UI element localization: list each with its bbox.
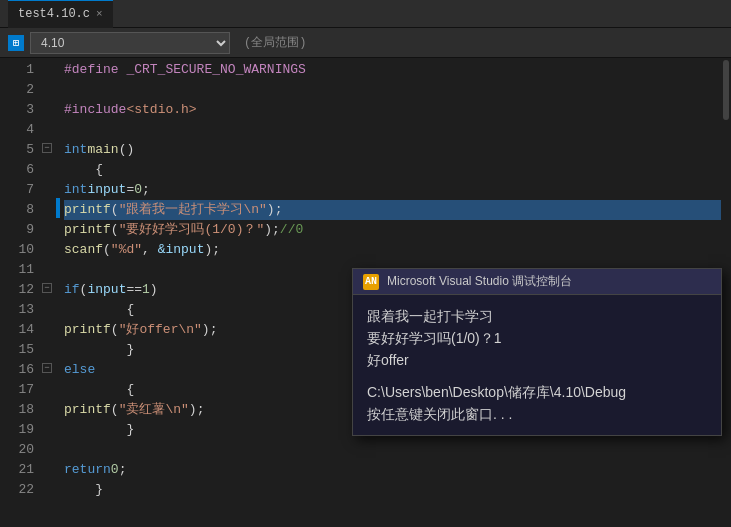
gutter-17 bbox=[40, 378, 56, 398]
code-line-8: printf("跟着我一起打卡学习\n"); bbox=[64, 200, 721, 220]
line-number-6: 6 bbox=[0, 160, 34, 180]
line-number-22: 22 bbox=[0, 480, 34, 500]
console-header: AN Microsoft Visual Studio 调试控制台 bbox=[353, 269, 721, 295]
line-number-15: 15 bbox=[0, 340, 34, 360]
line-number-16: 16 bbox=[0, 360, 34, 380]
gutter-7 bbox=[40, 178, 56, 198]
gutter-18 bbox=[40, 398, 56, 418]
gutter-21 bbox=[40, 458, 56, 478]
line-number-12: 12 bbox=[0, 280, 34, 300]
code-line-20 bbox=[64, 440, 721, 460]
collapse-box-16[interactable]: − bbox=[42, 363, 52, 373]
line-number-5: 5 bbox=[0, 140, 34, 160]
gutter-13 bbox=[40, 298, 56, 318]
gutter-8 bbox=[40, 198, 56, 218]
code-line-7: int input = 0; bbox=[64, 180, 721, 200]
code-line-3: #include<stdio.h> bbox=[64, 100, 721, 120]
console-line bbox=[367, 371, 707, 381]
project-icon: ⊞ bbox=[8, 35, 24, 51]
gutter-10 bbox=[40, 238, 56, 258]
gutter-5[interactable]: − bbox=[40, 138, 56, 158]
gutter-1 bbox=[40, 58, 56, 78]
gutter-3 bbox=[40, 98, 56, 118]
console-icon: AN bbox=[363, 274, 379, 290]
line-number-20: 20 bbox=[0, 440, 34, 460]
console-line: C:\Users\ben\Desktop\储存库\4.10\Debug bbox=[367, 381, 707, 403]
line-numbers: 12345678910111213141516171819202122 bbox=[0, 58, 40, 527]
console-popup: AN Microsoft Visual Studio 调试控制台 跟着我一起打卡… bbox=[352, 268, 722, 436]
line-number-21: 21 bbox=[0, 460, 34, 480]
editor-area: 12345678910111213141516171819202122 −−− … bbox=[0, 58, 731, 527]
line-number-17: 17 bbox=[0, 380, 34, 400]
code-line-21: return 0; bbox=[64, 460, 721, 480]
gutter-14 bbox=[40, 318, 56, 338]
console-icon-label: AN bbox=[365, 276, 377, 287]
line-number-2: 2 bbox=[0, 80, 34, 100]
code-line-1: #define _CRT_SECURE_NO_WARNINGS bbox=[64, 60, 721, 80]
code-line-2 bbox=[64, 80, 721, 100]
console-line: 跟着我一起打卡学习 bbox=[367, 305, 707, 327]
gutter-4 bbox=[40, 118, 56, 138]
scope-label: (全局范围) bbox=[244, 34, 306, 51]
gutter-20 bbox=[40, 438, 56, 458]
line-number-10: 10 bbox=[0, 240, 34, 260]
scrollbar-thumb[interactable] bbox=[723, 60, 729, 120]
console-line: 按任意键关闭此窗口. . . bbox=[367, 403, 707, 425]
line-number-4: 4 bbox=[0, 120, 34, 140]
line-number-13: 13 bbox=[0, 300, 34, 320]
line-number-14: 14 bbox=[0, 320, 34, 340]
gutter-16[interactable]: − bbox=[40, 358, 56, 378]
code-line-9: printf("要好好学习吗(1/0)？"); //0 bbox=[64, 220, 721, 240]
collapse-box-5[interactable]: − bbox=[42, 143, 52, 153]
project-icon-label: ⊞ bbox=[13, 37, 19, 49]
tab-close-button[interactable]: × bbox=[96, 8, 103, 20]
file-tab[interactable]: test4.10.c × bbox=[8, 0, 113, 28]
scrollbar[interactable] bbox=[721, 58, 731, 527]
line-number-3: 3 bbox=[0, 100, 34, 120]
code-line-6: { bbox=[64, 160, 721, 180]
gutter-15 bbox=[40, 338, 56, 358]
console-line: 好offer bbox=[367, 349, 707, 371]
code-line-10: scanf("%d", &input); bbox=[64, 240, 721, 260]
tab-filename: test4.10.c bbox=[18, 7, 90, 21]
toolbar: ⊞ 4.10 (全局范围) bbox=[0, 28, 731, 58]
line-number-1: 1 bbox=[0, 60, 34, 80]
gutter-9 bbox=[40, 218, 56, 238]
gutter-6 bbox=[40, 158, 56, 178]
gutter-19 bbox=[40, 418, 56, 438]
gutter-22 bbox=[40, 478, 56, 498]
console-line: 要好好学习吗(1/0)？1 bbox=[367, 327, 707, 349]
console-body: 跟着我一起打卡学习要好好学习吗(1/0)？1好offer C:\Users\be… bbox=[353, 295, 721, 435]
line-number-8: 8 bbox=[0, 200, 34, 220]
code-line-4 bbox=[64, 120, 721, 140]
gutter: −−− bbox=[40, 58, 56, 527]
gutter-2 bbox=[40, 78, 56, 98]
collapse-box-12[interactable]: − bbox=[42, 283, 52, 293]
line-number-18: 18 bbox=[0, 400, 34, 420]
line-number-7: 7 bbox=[0, 180, 34, 200]
line-number-11: 11 bbox=[0, 260, 34, 280]
code-line-5: int main() bbox=[64, 140, 721, 160]
line-number-19: 19 bbox=[0, 420, 34, 440]
line-number-9: 9 bbox=[0, 220, 34, 240]
gutter-11 bbox=[40, 258, 56, 278]
console-title: Microsoft Visual Studio 调试控制台 bbox=[387, 273, 572, 290]
gutter-12[interactable]: − bbox=[40, 278, 56, 298]
title-bar: test4.10.c × bbox=[0, 0, 731, 28]
context-select[interactable]: 4.10 bbox=[30, 32, 230, 54]
code-line-22: } bbox=[64, 480, 721, 500]
